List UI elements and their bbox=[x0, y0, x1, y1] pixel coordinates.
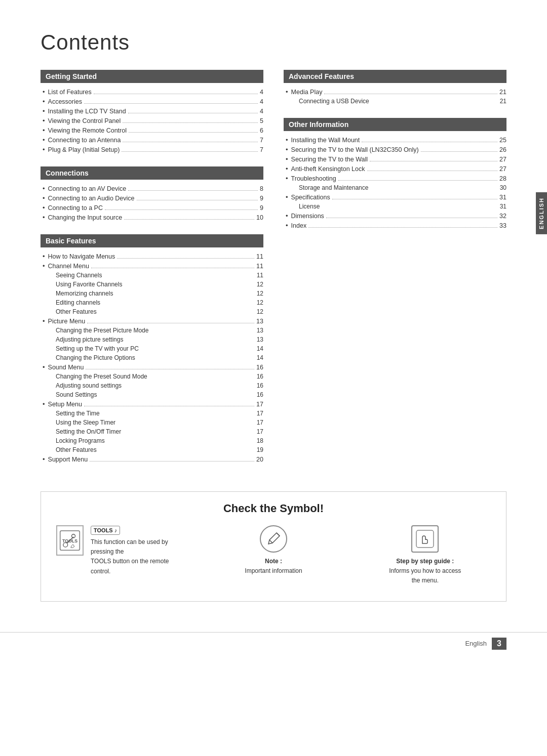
dots bbox=[308, 227, 497, 228]
dots bbox=[370, 161, 497, 161]
list-item-sub: Locking Programs 18 bbox=[41, 436, 263, 445]
page-num: 12 bbox=[257, 290, 263, 297]
page-num: 17 bbox=[257, 419, 263, 426]
page-num: 11 bbox=[257, 272, 263, 279]
list-item-sub: Changing the Preset Sound Mode 16 bbox=[41, 372, 263, 381]
symbol-item-note: Note : Important information bbox=[208, 525, 339, 576]
list-item: Accessories 4 bbox=[41, 97, 263, 106]
section-header-other-information: Other Information bbox=[284, 118, 506, 131]
tools-icon: TOOLS bbox=[56, 525, 84, 556]
page-num: 4 bbox=[260, 108, 263, 115]
page-num: 6 bbox=[260, 127, 263, 134]
page-num: 31 bbox=[500, 203, 506, 210]
page-num: 32 bbox=[499, 213, 506, 220]
page-num: 9 bbox=[260, 195, 263, 202]
item-label: Connecting to an AV Device bbox=[48, 185, 127, 192]
toc-columns: Getting Started List of Features 4 Acces… bbox=[41, 70, 506, 476]
dots bbox=[87, 323, 254, 323]
item-label: Other Features bbox=[56, 446, 97, 453]
list-item-sub: Adjusting sound settings 16 bbox=[41, 381, 263, 390]
guide-content: Step by step guide : Informs you how to … bbox=[360, 525, 491, 586]
list-item: Dimensions 32 bbox=[284, 211, 506, 221]
dots bbox=[124, 219, 254, 220]
dots bbox=[94, 94, 258, 94]
list-item-sub: Memorizing channels 12 bbox=[41, 289, 263, 298]
item-label: Changing the Preset Picture Mode bbox=[56, 327, 148, 334]
list-item: Setup Menu 17 bbox=[41, 399, 263, 409]
page-num: 16 bbox=[257, 382, 263, 389]
page-num: 33 bbox=[499, 222, 506, 229]
item-label: Plug & Play (Initial Setup) bbox=[48, 146, 120, 153]
item-label: Picture Menu bbox=[48, 318, 86, 325]
list-item: Securing the TV to the Wall 27 bbox=[284, 154, 506, 164]
check-symbol-section: Check the Symbol! TOOLS bbox=[41, 491, 506, 602]
item-label: Dimensions bbox=[291, 213, 324, 220]
advanced-features-list: Media Play 21 Connecting a USB Device 21 bbox=[284, 87, 506, 106]
dots bbox=[421, 151, 497, 152]
page-num: 16 bbox=[256, 364, 263, 371]
list-item: Connecting to an Antenna 7 bbox=[41, 135, 263, 145]
dots bbox=[91, 268, 254, 268]
dots bbox=[326, 218, 497, 218]
item-label: Memorizing channels bbox=[56, 290, 113, 297]
svg-point-2 bbox=[63, 542, 68, 547]
footer: English 3 bbox=[0, 632, 547, 655]
list-item-sub: Other Features 12 bbox=[41, 307, 263, 316]
connections-list: Connecting to an AV Device 8 Connecting … bbox=[41, 184, 263, 222]
item-label: Sound Settings bbox=[56, 391, 97, 398]
list-item-sub: Sound Settings 16 bbox=[41, 390, 263, 399]
dots bbox=[338, 180, 497, 181]
list-item: Securing the TV to the Wall (LN32C350 On… bbox=[284, 145, 506, 154]
dots bbox=[362, 142, 497, 142]
page-num: 5 bbox=[260, 117, 263, 124]
list-item: Sound Menu 16 bbox=[41, 362, 263, 372]
footer-language: English bbox=[465, 640, 487, 647]
page-num: 8 bbox=[260, 185, 263, 192]
item-label: Setting the Time bbox=[56, 410, 100, 417]
list-item: List of Features 4 bbox=[41, 87, 263, 97]
item-label: Changing the Picture Options bbox=[56, 354, 135, 361]
col-right: Advanced Features Media Play 21 Connecti… bbox=[284, 70, 506, 476]
page-num: 17 bbox=[257, 410, 263, 417]
list-item: Viewing the Remote Control 6 bbox=[41, 125, 263, 135]
page-num: 20 bbox=[256, 456, 263, 463]
list-item: How to Navigate Menus 11 bbox=[41, 251, 263, 261]
item-label: Setting up the TV with your PC bbox=[56, 345, 139, 352]
item-label: Connecting to an Antenna bbox=[48, 137, 121, 144]
list-item-sub: License 31 bbox=[284, 202, 506, 211]
page-num: 28 bbox=[499, 175, 506, 182]
list-item: Index 33 bbox=[284, 221, 506, 230]
other-information-list: Installing the Wall Mount 25 Securing th… bbox=[284, 135, 506, 230]
item-label: How to Navigate Menus bbox=[48, 253, 115, 260]
page-num: 12 bbox=[257, 308, 263, 315]
item-label: Index bbox=[291, 222, 307, 229]
section-advanced-features: Advanced Features Media Play 21 Connecti… bbox=[284, 70, 506, 106]
dots bbox=[86, 369, 254, 369]
dots bbox=[324, 94, 497, 94]
svg-rect-6 bbox=[416, 530, 434, 548]
item-label: Securing the TV to the Wall (LN32C350 On… bbox=[291, 146, 419, 153]
list-item-sub: Storage and Maintenance 30 bbox=[284, 183, 506, 192]
list-item-sub: Setting the On/Off Timer 17 bbox=[41, 427, 263, 436]
item-label: Setting the On/Off Timer bbox=[56, 428, 121, 435]
dots bbox=[84, 406, 254, 406]
check-symbol-title: Check the Symbol! bbox=[56, 502, 491, 515]
list-item: Channel Menu 11 bbox=[41, 261, 263, 271]
list-item-sub: Editing channels 12 bbox=[41, 298, 263, 307]
list-item: Installing the LCD TV Stand 4 bbox=[41, 106, 263, 116]
dots bbox=[123, 142, 258, 142]
item-label: Support Menu bbox=[48, 456, 88, 463]
item-label: Installing the LCD TV Stand bbox=[48, 108, 126, 115]
list-item: Installing the Wall Mount 25 bbox=[284, 135, 506, 145]
dots bbox=[105, 209, 258, 210]
page-num: 11 bbox=[256, 263, 263, 270]
page-num: 19 bbox=[257, 446, 263, 453]
page-num: 9 bbox=[260, 204, 263, 212]
section-header-basic-features: Basic Features bbox=[41, 234, 263, 247]
section-connections: Connections Connecting to an AV Device 8… bbox=[41, 166, 263, 222]
item-label: Viewing the Remote Control bbox=[48, 127, 127, 134]
item-label: Connecting to an Audio Device bbox=[48, 195, 135, 202]
page-num: 26 bbox=[499, 146, 506, 153]
page-num: 13 bbox=[256, 318, 263, 325]
item-label: Media Play bbox=[291, 89, 323, 96]
